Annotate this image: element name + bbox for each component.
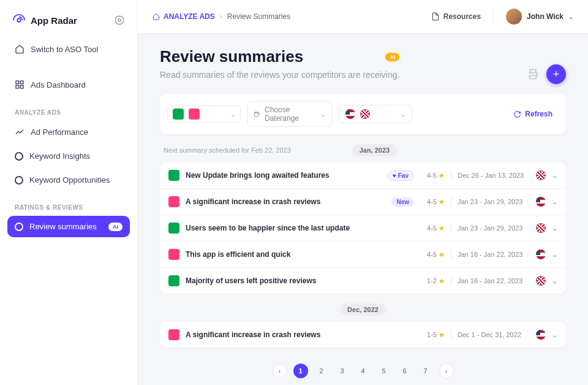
flag-icon (536, 223, 546, 233)
chevron-down-icon[interactable]: ⌄ (552, 224, 557, 232)
chevron-down-icon[interactable]: ⌄ (552, 172, 557, 180)
app-icon (168, 329, 179, 340)
date-range: Jan 23 - Jan 29, 2023 (458, 198, 530, 205)
user-name: John Wick (527, 12, 564, 21)
summary-list-dec: A significant increase in crash reviews1… (160, 322, 566, 348)
nav-label: Review summaries (29, 222, 97, 231)
summary-row[interactable]: This app is efficient and quick4-5 ★Jan … (160, 242, 566, 268)
svg-rect-9 (254, 112, 259, 116)
summary-title: This app is efficient and quick (186, 250, 383, 259)
svg-point-0 (17, 18, 21, 22)
summary-row[interactable]: New Update brings long awaited features♥… (160, 162, 566, 189)
main-area: ANALYZE ADS › Review Summaries Resources… (138, 0, 588, 385)
refresh-label: Refresh (525, 110, 552, 118)
date-range: Jan 16 - Jan 22, 2023 (458, 277, 530, 284)
chevron-down-icon[interactable]: ⌄ (552, 251, 557, 259)
chevron-down-icon[interactable]: ⌄ (552, 277, 557, 285)
month-label: Jan, 2023 (352, 144, 398, 156)
ai-badge: AI (108, 223, 123, 231)
summary-row[interactable]: A significant increase in crash reviews1… (160, 322, 566, 348)
refresh-icon (513, 110, 521, 118)
page-title-text: Review summaries (160, 47, 303, 66)
locale-selector[interactable]: ⌄ (339, 105, 412, 123)
star-icon: ★ (439, 277, 445, 285)
circle-icon (15, 176, 23, 185)
pagination-page[interactable]: 4 (356, 364, 371, 378)
divider (493, 10, 494, 23)
flag-icon (536, 170, 546, 180)
pagination: ‹ 1234567› (160, 357, 566, 381)
summary-title: A significant increase in crash reviews (186, 330, 383, 339)
home-icon (153, 13, 160, 20)
pagination-page[interactable]: 1 (293, 364, 308, 378)
pagination-page[interactable]: 2 (314, 364, 329, 378)
svg-rect-3 (16, 81, 19, 84)
date-range: Jan 16 - Jan 22, 2023 (458, 251, 530, 258)
add-button[interactable]: + (546, 64, 566, 84)
resources-label: Resources (443, 12, 481, 21)
circle-icon (15, 152, 23, 161)
nav-section-analyze: ANALYZE ADS (7, 98, 130, 121)
date-range: Dec 1 - Dec 31, 2022 (458, 331, 530, 338)
breadcrumb-current: Review Summaries (227, 12, 290, 21)
flag-uk-icon (360, 109, 370, 119)
app-selector[interactable]: ⌄ (167, 105, 241, 123)
chevron-down-icon[interactable]: ⌄ (552, 198, 557, 206)
nav-section-reviews: RATINGS & REVIEWS (7, 193, 130, 216)
flag-icon (536, 276, 546, 286)
app-icon (168, 249, 179, 260)
star-icon: ★ (439, 198, 445, 206)
chevron-down-icon: ⌄ (568, 13, 573, 20)
divider (451, 171, 451, 180)
pagination-page[interactable]: 7 (418, 364, 433, 378)
nav-review-summaries[interactable]: Review summaries AI (7, 216, 130, 237)
filter-bar: ⌄ Choose Daterange ⌄ ⌄ Refresh (160, 94, 566, 134)
schedule-note: Next summary scheduled for Feb 22, 2023 (164, 147, 291, 154)
nav-label: Ads Dashboard (31, 80, 86, 90)
app-icon (168, 170, 179, 181)
nav-ad-performance[interactable]: Ad Performance (7, 121, 130, 143)
breadcrumb: ANALYZE ADS › Review Summaries (153, 12, 290, 21)
summary-row[interactable]: A significant increase in crash reviewsN… (160, 189, 566, 215)
divider (451, 250, 451, 259)
brand-logo-icon (12, 13, 26, 27)
pagination-page[interactable]: 5 (377, 364, 391, 378)
nav-ads-dashboard[interactable]: Ads Dashboard (7, 74, 130, 96)
chevron-down-icon[interactable]: ⌄ (552, 331, 557, 339)
summary-list-jan: New Update brings long awaited features♥… (160, 162, 566, 294)
pagination-page[interactable]: 6 (398, 364, 412, 378)
flag-us-icon (345, 109, 355, 119)
chevron-right-icon: › (220, 12, 222, 21)
rating: 1-2 ★ (420, 277, 445, 285)
chevron-down-icon: ⌄ (321, 111, 326, 118)
date-range: Dec 26 - Jan 13, 2023 (458, 172, 530, 179)
svg-rect-5 (16, 85, 19, 88)
svg-point-2 (115, 16, 124, 25)
pagination-page[interactable]: 3 (335, 364, 350, 378)
pagination-prev[interactable]: ‹ (273, 364, 287, 378)
summary-row[interactable]: Majority of users left positive reviews1… (160, 268, 566, 294)
date-range: Jan 23 - Jan 29, 2023 (458, 224, 530, 232)
nav-keyword-opportunities[interactable]: Keyword Opportunities (7, 169, 130, 191)
svg-rect-6 (20, 85, 23, 88)
summary-row[interactable]: Users seem to be happier since the last … (160, 215, 566, 242)
month-label: Dec, 2022 (340, 303, 386, 316)
nav-keyword-insights[interactable]: Keyword Insights (7, 145, 130, 167)
svg-rect-4 (20, 81, 23, 84)
nav-switch-tool[interactable]: Switch to ASO Tool (7, 38, 130, 60)
summary-title: New Update brings long awaited features (186, 171, 381, 180)
print-icon[interactable] (527, 68, 539, 80)
resources-link[interactable]: Resources (431, 12, 481, 21)
star-icon: ★ (439, 251, 445, 259)
refresh-button[interactable]: Refresh (507, 106, 559, 122)
daterange-selector[interactable]: Choose Daterange ⌄ (247, 101, 333, 127)
rating: 4-5 ★ (420, 172, 445, 180)
new-badge: New (391, 197, 414, 207)
app-icon-pink (189, 109, 200, 120)
star-icon: ★ (439, 224, 445, 232)
pagination-next[interactable]: › (439, 364, 454, 378)
fav-badge: ♥ Fav (387, 170, 414, 181)
breadcrumb-root[interactable]: ANALYZE ADS (153, 12, 215, 21)
settings-icon[interactable] (114, 15, 125, 26)
user-menu[interactable]: John Wick ⌄ (506, 9, 573, 25)
